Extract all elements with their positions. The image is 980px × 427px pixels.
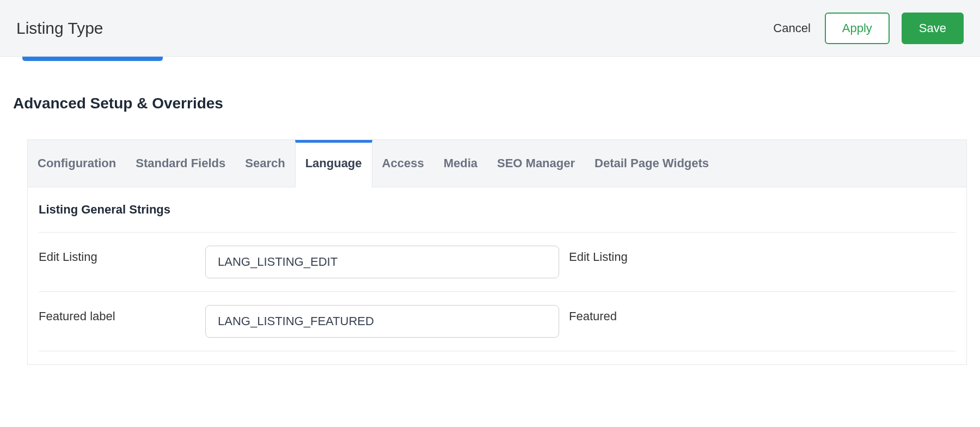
field-label: Edit Listing bbox=[39, 246, 205, 264]
header-actions: Cancel Apply Save bbox=[771, 13, 964, 44]
tab-seo-manager[interactable]: SEO Manager bbox=[487, 140, 585, 187]
section-title: Advanced Setup & Overrides bbox=[13, 95, 967, 112]
tab-content: Listing General Strings Edit Listing Edi… bbox=[28, 187, 966, 364]
lang-key-input[interactable] bbox=[205, 246, 559, 278]
tab-access[interactable]: Access bbox=[372, 140, 434, 187]
field-row bbox=[39, 351, 955, 364]
tab-standard-fields[interactable]: Standard Fields bbox=[126, 140, 235, 187]
tab-media[interactable]: Media bbox=[434, 140, 487, 187]
partial-element-strip bbox=[22, 57, 163, 61]
save-button[interactable]: Save bbox=[902, 13, 964, 44]
group-title: Listing General Strings bbox=[39, 203, 955, 233]
apply-button[interactable]: Apply bbox=[825, 13, 890, 44]
field-row: Edit Listing Edit Listing bbox=[39, 233, 955, 292]
tab-language[interactable]: Language bbox=[295, 140, 372, 187]
content-area: Advanced Setup & Overrides Configuration… bbox=[0, 57, 980, 365]
tab-search[interactable]: Search bbox=[235, 140, 295, 187]
tabs-panel: Configuration Standard Fields Search Lan… bbox=[27, 139, 967, 365]
tab-configuration[interactable]: Configuration bbox=[28, 140, 126, 187]
tab-detail-page-widgets[interactable]: Detail Page Widgets bbox=[585, 140, 719, 187]
page-title: Listing Type bbox=[16, 19, 103, 38]
field-label: Featured label bbox=[39, 305, 205, 324]
cancel-button[interactable]: Cancel bbox=[771, 17, 812, 40]
resolved-value: Edit Listing bbox=[559, 246, 628, 264]
tabs-bar: Configuration Standard Fields Search Lan… bbox=[28, 140, 966, 187]
page-header: Listing Type Cancel Apply Save bbox=[0, 0, 980, 57]
resolved-value: Featured bbox=[559, 305, 617, 324]
lang-key-input[interactable] bbox=[205, 305, 559, 338]
field-row: Featured label Featured bbox=[39, 292, 955, 351]
